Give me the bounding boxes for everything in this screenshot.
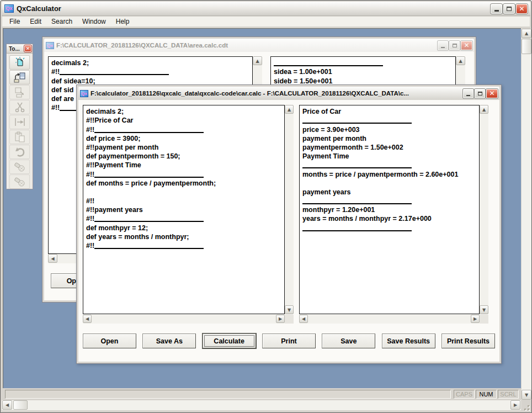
code-line: #!!	[86, 214, 284, 223]
save-button[interactable]: Save	[322, 333, 375, 348]
maximize-icon	[453, 44, 457, 47]
copy-file-icon	[13, 86, 26, 98]
cut-button	[9, 100, 30, 114]
find-icon	[13, 161, 26, 173]
scroll-left-button[interactable]: ◀	[2, 400, 12, 410]
find-button	[9, 160, 30, 174]
code-line: #!!	[86, 241, 284, 250]
code-line: #!!Payment Time	[86, 161, 284, 170]
maximize-button[interactable]	[503, 4, 515, 14]
minimize-button[interactable]	[491, 4, 502, 14]
menu-item-help[interactable]: Help	[111, 17, 135, 27]
code-line: paymentpermonth = 1.50e+002	[302, 143, 479, 152]
code-line: #!!Price of Car	[86, 116, 284, 125]
code-line: monthpyr = 1.20e+001	[302, 205, 479, 214]
code-editor-panel[interactable]: decimals 2;#!!Price of Car#!!def price =…	[83, 105, 285, 314]
code-line: def months = price / paymentpermonth;	[86, 179, 284, 188]
code-line	[86, 188, 284, 197]
scroll-right-button[interactable]: ▶	[276, 315, 285, 323]
code-line: def paymentpermonth = 150;	[86, 152, 284, 161]
scroll-thumb[interactable]	[522, 39, 531, 54]
open-button[interactable]: Op	[51, 273, 77, 288]
maximize-button[interactable]	[449, 41, 460, 50]
code-vertical-scrollbar[interactable]: ▲ ▼	[285, 105, 294, 314]
minimize-button[interactable]	[438, 41, 448, 50]
code-line: def years = months / monthpyr;	[86, 232, 284, 241]
calculate-button[interactable]: Calculate	[203, 333, 256, 348]
scroll-up-button[interactable]: ▲	[253, 56, 262, 65]
scroll-right-button[interactable]: ▶	[471, 315, 480, 323]
horizontal-rule	[94, 132, 204, 133]
arrow-right-icon: ▶	[514, 403, 517, 407]
maximize-button[interactable]	[475, 89, 485, 98]
close-button[interactable]: ✕	[516, 4, 528, 14]
child-titlebar[interactable]: Qx F:\calculator_20181126\qxcalc_data\qx…	[78, 87, 499, 100]
arrow-up-icon: ▲	[525, 31, 528, 36]
scroll-up-button[interactable]: ▲	[456, 56, 465, 65]
child-window-title: F:\calculator_20181126\qxcalc_data\qxcal…	[91, 90, 462, 97]
arrow-down-icon: ▼	[288, 308, 291, 313]
scroll-left-button[interactable]: ◀	[83, 315, 92, 323]
child-titlebar[interactable]: Qx F:\CALCULATOR_20181126\QXCALC_DATA\ar…	[44, 39, 474, 52]
code-line: months = price / paymentpermonth = 2.60e…	[302, 170, 479, 178]
open-button[interactable]: Open	[83, 333, 136, 348]
close-button[interactable]: ✕	[461, 41, 472, 50]
horizontal-rule	[302, 203, 412, 204]
mdi-horizontal-scrollbar[interactable]: ◀ ▶	[2, 400, 521, 410]
horizontal-rule	[94, 221, 204, 222]
mdi-vertical-scrollbar[interactable]: ▲ ▼	[522, 29, 531, 400]
status-bar: CAPSNUMSCRL	[2, 388, 520, 400]
child-window-car-calc: Qx F:\calculator_20181126\qxcalc_data\qx…	[76, 84, 502, 364]
keyboard-indicators: CAPSNUMSCRL	[454, 390, 519, 399]
scroll-thumb[interactable]	[13, 400, 28, 410]
print-button[interactable]: Print	[262, 333, 316, 348]
qxcalculator-window: Qx QxCalculator ✕ FileEditSearchWindowHe…	[0, 0, 532, 413]
scroll-right-button[interactable]: ▶	[510, 400, 520, 410]
tool-palette-body	[7, 54, 33, 189]
close-button[interactable]: ✕	[486, 89, 498, 98]
app-icon: Qx	[4, 4, 14, 13]
results-vertical-scrollbar[interactable]: ▲ ▼	[480, 105, 488, 314]
tool-palette-titlebar[interactable]: To... ✕	[7, 44, 33, 54]
scroll-up-button[interactable]: ▲	[522, 29, 531, 38]
code-line: #!!	[51, 67, 252, 76]
paste-button	[9, 130, 30, 144]
arrow-left-icon: ◀	[51, 256, 54, 261]
save-as-button[interactable]: Save As	[142, 333, 196, 348]
resize-grip[interactable]	[522, 403, 531, 412]
code-line: Payment Time	[302, 152, 479, 161]
scroll-down-button[interactable]: ▼	[522, 390, 531, 400]
title-bar[interactable]: Qx QxCalculator ✕	[2, 2, 530, 16]
scroll-down-button[interactable]: ▼	[480, 305, 488, 314]
menu-item-edit[interactable]: Edit	[25, 17, 46, 27]
menu-item-file[interactable]: File	[4, 17, 25, 27]
scroll-down-button[interactable]: ▼	[285, 305, 294, 314]
code-line: #!!	[86, 197, 284, 205]
save-results-button[interactable]: Save Results	[382, 333, 435, 348]
find-next-icon	[13, 176, 26, 188]
code-line: def price = 3900;	[86, 134, 284, 143]
close-icon: ✕	[464, 41, 469, 49]
undo-icon	[13, 146, 26, 158]
scroll-left-button[interactable]: ◀	[48, 254, 57, 263]
horizontal-rule	[302, 167, 412, 168]
minimize-button[interactable]	[463, 89, 474, 98]
open-file-button[interactable]	[9, 70, 30, 84]
results-panel[interactable]: Price of Carprice = 3.90e+003payment per…	[299, 105, 480, 314]
status-indicator-num: NUM	[476, 390, 497, 399]
arrow-left-icon: ◀	[86, 316, 89, 321]
tool-palette-close-button[interactable]: ✕	[24, 45, 31, 52]
new-file-icon	[13, 56, 26, 68]
menu-item-search[interactable]: Search	[46, 17, 77, 27]
new-file-button[interactable]	[9, 55, 30, 70]
menu-item-window[interactable]: Window	[77, 17, 111, 27]
close-icon: ✕	[489, 89, 494, 97]
child-window-body: decimals 2;#!!Price of Car#!!def price =…	[78, 100, 499, 362]
code-line: sidea = 1.00e+001	[274, 67, 455, 76]
results-horizontal-scrollbar[interactable]: ◀ ▶	[299, 315, 480, 324]
code-horizontal-scrollbar[interactable]: ◀ ▶	[83, 315, 285, 324]
print-results-button[interactable]: Print Results	[441, 333, 495, 348]
scroll-up-button[interactable]: ▲	[480, 105, 488, 114]
scroll-left-button[interactable]: ◀	[299, 315, 308, 323]
scroll-up-button[interactable]: ▲	[285, 105, 294, 114]
